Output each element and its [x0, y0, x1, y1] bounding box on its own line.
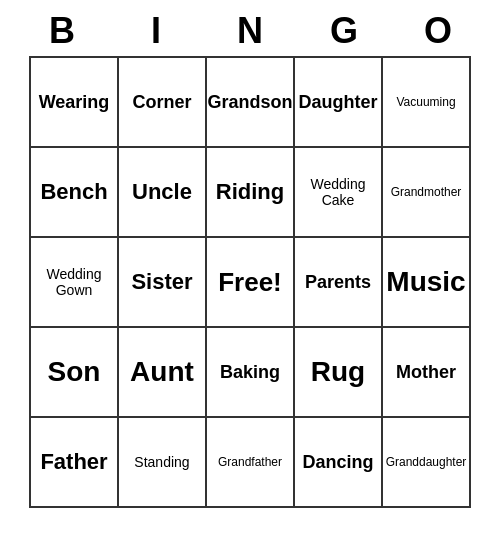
bingo-cell-r1-c3: Wedding Cake	[295, 148, 383, 238]
bingo-cell-r2-c4: Music	[383, 238, 471, 328]
cell-text: Son	[48, 356, 101, 388]
cell-text: Wedding Gown	[35, 266, 113, 298]
bingo-cell-r4-c0: Father	[31, 418, 119, 508]
bingo-cell-r1-c0: Bench	[31, 148, 119, 238]
cell-text: Mother	[396, 362, 456, 383]
bingo-grid: WearingCornerGrandsonDaughterVacuumingBe…	[29, 56, 471, 508]
bingo-cell-r4-c1: Standing	[119, 418, 207, 508]
bingo-letter-b: B	[18, 10, 106, 52]
cell-text: Father	[40, 449, 107, 475]
bingo-cell-r4-c2: Grandfather	[207, 418, 295, 508]
bingo-header: BINGO	[15, 10, 485, 52]
cell-text: Granddaughter	[386, 455, 467, 469]
bingo-cell-r2-c3: Parents	[295, 238, 383, 328]
cell-text: Grandson	[208, 92, 293, 113]
bingo-letter-i: I	[112, 10, 200, 52]
cell-text: Standing	[134, 454, 189, 470]
cell-text: Dancing	[302, 452, 373, 473]
cell-text: Baking	[220, 362, 280, 383]
cell-text: Corner	[132, 92, 191, 113]
bingo-cell-r3-c3: Rug	[295, 328, 383, 418]
bingo-cell-r2-c2: Free!	[207, 238, 295, 328]
cell-text: Bench	[40, 179, 107, 205]
cell-text: Rug	[311, 356, 365, 388]
bingo-cell-r4-c4: Granddaughter	[383, 418, 471, 508]
bingo-letter-g: G	[300, 10, 388, 52]
cell-text: Grandmother	[391, 185, 462, 199]
bingo-cell-r0-c4: Vacuuming	[383, 58, 471, 148]
cell-text: Wearing	[39, 92, 110, 113]
cell-text: Riding	[216, 179, 284, 205]
bingo-letter-o: O	[394, 10, 482, 52]
bingo-cell-r2-c0: Wedding Gown	[31, 238, 119, 328]
cell-text: Uncle	[132, 179, 192, 205]
cell-text: Vacuuming	[396, 95, 455, 109]
bingo-cell-r4-c3: Dancing	[295, 418, 383, 508]
cell-text: Free!	[218, 267, 282, 298]
cell-text: Music	[386, 266, 465, 298]
bingo-cell-r1-c1: Uncle	[119, 148, 207, 238]
bingo-cell-r0-c1: Corner	[119, 58, 207, 148]
cell-text: Daughter	[299, 92, 378, 113]
cell-text: Sister	[131, 269, 192, 295]
bingo-cell-r0-c3: Daughter	[295, 58, 383, 148]
cell-text: Grandfather	[218, 455, 282, 469]
cell-text: Aunt	[130, 356, 194, 388]
bingo-cell-r2-c1: Sister	[119, 238, 207, 328]
bingo-cell-r1-c2: Riding	[207, 148, 295, 238]
cell-text: Parents	[305, 272, 371, 293]
bingo-letter-n: N	[206, 10, 294, 52]
bingo-cell-r3-c1: Aunt	[119, 328, 207, 418]
bingo-cell-r0-c2: Grandson	[207, 58, 295, 148]
bingo-cell-r1-c4: Grandmother	[383, 148, 471, 238]
bingo-cell-r0-c0: Wearing	[31, 58, 119, 148]
cell-text: Wedding Cake	[299, 176, 377, 208]
bingo-cell-r3-c0: Son	[31, 328, 119, 418]
bingo-cell-r3-c2: Baking	[207, 328, 295, 418]
bingo-cell-r3-c4: Mother	[383, 328, 471, 418]
